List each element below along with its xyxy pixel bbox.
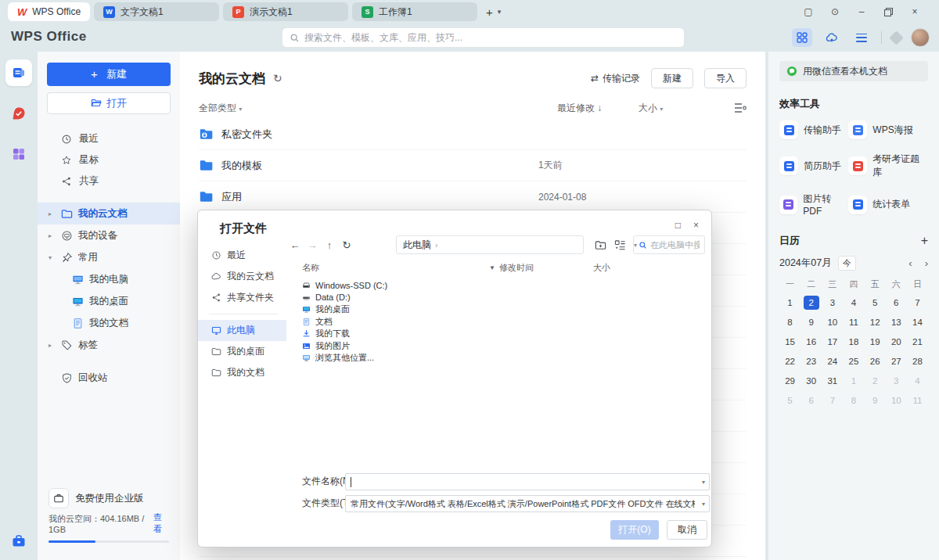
new-button[interactable]: 新建	[651, 68, 693, 88]
global-search[interactable]	[282, 27, 685, 48]
rail-docer-icon[interactable]	[5, 100, 32, 127]
calendar-day[interactable]: 10	[886, 393, 907, 407]
dialog-side-item[interactable]: 此电脑	[198, 320, 286, 341]
calendar-day[interactable]: 13	[886, 315, 907, 329]
dialog-cancel-button[interactable]: 取消	[667, 520, 707, 540]
search-input[interactable]	[304, 32, 677, 43]
calendar-day[interactable]: 26	[865, 354, 886, 368]
tree-item[interactable]: ▸我的云文档	[38, 203, 180, 224]
breadcrumb[interactable]: 此电脑 ›	[396, 235, 584, 254]
minimize-button[interactable]: –	[856, 6, 867, 17]
dialog-file-item[interactable]: 文档	[302, 316, 703, 328]
calendar-day[interactable]: 22	[779, 354, 800, 368]
tree-item[interactable]: 我的电脑	[38, 268, 180, 290]
tab-1[interactable]: W文字文稿1	[94, 2, 219, 21]
calendar-day[interactable]: 1	[779, 296, 800, 310]
calendar-day[interactable]: 8	[779, 315, 800, 329]
filetype-combo[interactable]: 常用文件(文字/Word格式 表格/Excel格式 演示/PowerPoint格…	[345, 495, 710, 512]
calendar-day[interactable]: 11	[907, 393, 928, 407]
new-folder-icon[interactable]	[595, 239, 606, 251]
dialog-file-item[interactable]: 我的下载	[302, 328, 703, 340]
calendar-day[interactable]: 25	[843, 354, 864, 368]
dialog-file-item[interactable]: Data (D:)	[302, 292, 703, 304]
breadcrumb-item[interactable]: 此电脑	[403, 239, 431, 252]
member-gem-icon[interactable]	[889, 31, 903, 45]
caret-right-icon[interactable]: ▸	[49, 232, 56, 239]
calendar-day[interactable]: 5	[865, 296, 886, 310]
tool-item[interactable]: 统计表单	[848, 192, 928, 217]
dialog-side-item[interactable]: 最近	[198, 245, 286, 266]
dialog-close-icon[interactable]: ×	[693, 220, 699, 231]
calendar-day[interactable]: 10	[822, 315, 843, 329]
column-name[interactable]: 名称	[302, 262, 319, 274]
workspace-icon[interactable]: ▢	[803, 6, 814, 17]
calendar-day[interactable]: 28	[907, 354, 928, 368]
calendar-day[interactable]: 17	[822, 335, 843, 349]
calendar-day[interactable]: 30	[800, 374, 822, 388]
sidebar-item-share[interactable]: 共享	[38, 171, 180, 192]
calendar-today-button[interactable]: 今	[838, 256, 856, 271]
calendar-day[interactable]: 5	[779, 393, 800, 407]
dialog-side-item[interactable]: 我的云文档	[198, 266, 286, 287]
file-row[interactable]: 我的模板1天前	[199, 150, 747, 181]
tree-item[interactable]: ▾常用	[38, 246, 180, 268]
chevron-down-icon[interactable]: ▾	[702, 479, 705, 486]
tree-item[interactable]: 我的桌面	[38, 290, 180, 312]
calendar-day[interactable]: 2	[865, 374, 886, 388]
enterprise-promo[interactable]: 免费使用企业版	[49, 488, 144, 508]
dialog-search[interactable]	[633, 235, 705, 254]
rail-documents-icon[interactable]	[5, 59, 32, 86]
forward-icon[interactable]: →	[304, 239, 321, 251]
calendar-day[interactable]: 31	[822, 374, 843, 388]
calendar-day[interactable]: 7	[907, 296, 928, 310]
calendar-day[interactable]: 27	[886, 354, 907, 368]
wechat-banner[interactable]: 用微信查看本机文档	[779, 61, 928, 81]
calendar-day[interactable]: 9	[865, 393, 886, 407]
calendar-day[interactable]: 20	[886, 335, 907, 349]
calendar-day[interactable]: 16	[800, 335, 822, 349]
calendar-prev-icon[interactable]: ‹	[908, 257, 912, 269]
column-modified[interactable]: 修改时间	[499, 262, 534, 274]
dialog-file-item[interactable]: 我的桌面	[302, 303, 703, 316]
new-document-button[interactable]: + 新建	[47, 63, 171, 86]
tree-item[interactable]: 回收站	[38, 367, 180, 389]
calendar-day[interactable]: 6	[886, 296, 907, 310]
apps-grid-icon[interactable]	[792, 28, 812, 47]
calendar-day[interactable]: 9	[800, 315, 822, 329]
tab-list-chevron-down-icon[interactable]: ▾	[498, 8, 502, 16]
dialog-maximize-icon[interactable]: □	[675, 220, 681, 231]
calendar-day[interactable]: 29	[779, 374, 800, 388]
dialog-search-input[interactable]	[650, 240, 700, 249]
calendar-day[interactable]: 24	[822, 354, 843, 368]
list-view-icon[interactable]	[734, 102, 747, 113]
tree-item[interactable]: ▸标签	[38, 334, 180, 356]
dialog-file-item[interactable]: 我的图片	[302, 340, 703, 353]
calendar-day[interactable]: 18	[843, 335, 864, 349]
calendar-day[interactable]: 7	[822, 393, 843, 407]
transfer-records-button[interactable]: ⇄ 传输记录	[591, 72, 640, 85]
file-row[interactable]: 应用2024-01-08	[199, 181, 747, 213]
calendar-day[interactable]: 3	[886, 374, 907, 388]
tool-item[interactable]: 考研考证题库	[848, 153, 928, 179]
tree-item[interactable]: 我的文档	[38, 312, 180, 334]
calendar-day[interactable]: 1	[843, 374, 864, 388]
tab-2[interactable]: P演示文稿1	[223, 2, 348, 21]
caret-right-icon[interactable]: ▸	[49, 210, 56, 217]
tree-item[interactable]: ▸我的设备	[38, 224, 180, 246]
calendar-day[interactable]: 12	[865, 315, 886, 329]
tab-0[interactable]: WWPS Office	[8, 2, 90, 21]
dialog-open-button[interactable]: 打开(O)	[610, 520, 659, 540]
tool-item[interactable]: WPS海报	[848, 120, 928, 139]
dialog-file-item[interactable]: 浏览其他位置...	[302, 352, 703, 364]
import-button[interactable]: 导入	[704, 68, 747, 88]
menu-icon[interactable]	[851, 28, 872, 47]
rail-briefcase-icon[interactable]	[0, 533, 38, 549]
calendar-add-button[interactable]: +	[921, 234, 928, 248]
calendar-day[interactable]: 2	[804, 296, 819, 310]
dialog-side-item[interactable]: 共享文件夹	[198, 287, 286, 308]
sort-modified-dropdown[interactable]: 最近修改 ↓	[557, 102, 602, 115]
close-button[interactable]: ×	[909, 6, 920, 17]
sidebar-item-star[interactable]: 星标	[38, 149, 180, 171]
chevron-down-icon[interactable]: ▾	[702, 501, 705, 508]
tool-item[interactable]: 简历助手	[779, 153, 848, 179]
